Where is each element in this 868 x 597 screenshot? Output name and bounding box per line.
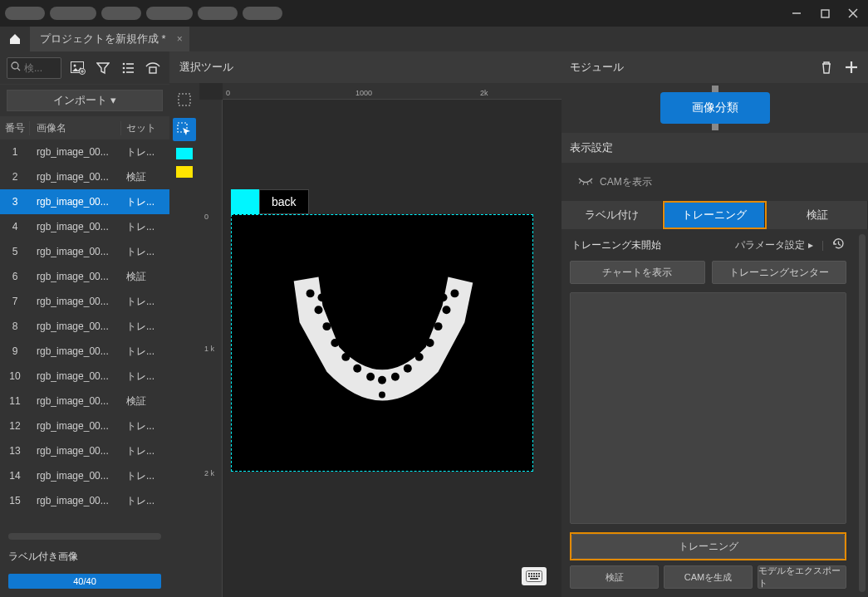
btn-label: 検証 [606, 571, 624, 584]
training-center-button[interactable]: トレーニングセンター [712, 261, 847, 284]
svg-rect-58 [538, 575, 540, 577]
pointer-tool-icon[interactable] [173, 118, 196, 141]
list-icon[interactable] [120, 60, 136, 76]
image-label-tag[interactable]: back [231, 189, 309, 214]
cell-name: rgb_image_00... [30, 321, 121, 332]
home-button[interactable] [0, 27, 30, 51]
cell-set: トレ... [121, 295, 169, 309]
ruler-vertical: 0 1 k 2 k [199, 100, 223, 597]
main-area: インポート ▾ 番号 画像名 セット 1rgb_image_00...トレ...… [0, 51, 868, 597]
tab-training[interactable]: トレーニング [664, 203, 765, 228]
svg-point-42 [395, 354, 404, 362]
tab-verify[interactable]: 検証 [767, 201, 868, 229]
cell-name: rgb_image_00... [30, 420, 121, 432]
module-title: モジュール [570, 60, 624, 75]
table-row[interactable]: 3rgb_image_00...トレ... [0, 189, 169, 214]
cell-num: 5 [0, 246, 30, 257]
table-row[interactable]: 8rgb_image_00...トレ... [0, 314, 169, 339]
verify-button[interactable]: 検証 [570, 565, 659, 589]
table-row[interactable]: 11rgb_image_00...検証 [0, 389, 169, 413]
ruler-tick: 1000 [356, 89, 372, 97]
close-icon[interactable] [843, 3, 863, 23]
table-row[interactable]: 10rgb_image_00...トレ... [0, 364, 169, 389]
menu-placeholder[interactable] [50, 7, 96, 20]
ruler-tick: 2 k [204, 470, 214, 477]
menu-placeholder[interactable] [243, 7, 282, 20]
svg-point-23 [322, 322, 331, 330]
viewport[interactable]: back [223, 100, 562, 597]
horizontal-scrollbar[interactable] [8, 533, 161, 540]
tab-close-icon[interactable]: × [177, 33, 183, 45]
keyboard-icon[interactable] [522, 567, 547, 585]
table-row[interactable]: 13rgb_image_00...トレ... [0, 438, 169, 463]
delete-icon[interactable] [818, 59, 835, 76]
search-field[interactable] [24, 62, 54, 74]
menu-placeholder[interactable] [5, 7, 45, 20]
tab-label: 検証 [807, 208, 828, 223]
history-icon[interactable] [832, 237, 845, 252]
train-button[interactable]: トレーニング [571, 534, 845, 559]
canvas-area[interactable]: 0 1000 2k 0 1 k 2 k back [199, 83, 562, 597]
cell-name: rgb_image_00... [30, 345, 121, 357]
table-row[interactable]: 7rgb_image_00...トレ... [0, 289, 169, 314]
table-row[interactable]: 2rgb_image_00...検証 [0, 164, 169, 189]
table-row[interactable]: 4rgb_image_00...トレ... [0, 214, 169, 239]
cell-name: rgb_image_00... [30, 395, 121, 407]
svg-point-34 [443, 306, 451, 314]
svg-point-4 [12, 62, 18, 69]
svg-line-67 [839, 244, 841, 246]
module-node-classification[interactable]: 画像分類 [660, 92, 770, 124]
marquee-tool-icon[interactable] [173, 88, 196, 111]
btn-label: トレーニング [679, 540, 738, 554]
svg-rect-51 [533, 573, 535, 575]
eye-closed-icon [578, 176, 593, 188]
menu-placeholder[interactable] [146, 7, 193, 20]
tab-label: トレーニング [682, 208, 747, 223]
svg-rect-54 [528, 575, 530, 577]
table-row[interactable]: 12rgb_image_00...トレ... [0, 413, 169, 438]
image-selection[interactable] [231, 214, 533, 472]
left-toolbar [0, 51, 169, 85]
right-panel: モジュール 画像分類 表示設定 CAMを表示 ラベ [562, 51, 868, 597]
import-button[interactable]: インポート ▾ [7, 90, 163, 111]
cell-set: トレ... [121, 220, 169, 234]
export-model-button[interactable]: モデルをエクスポート [758, 565, 846, 589]
preview-icon[interactable] [145, 60, 161, 76]
module-graph: 画像分類 [562, 83, 868, 133]
svg-rect-57 [536, 575, 537, 577]
table-row[interactable]: 5rgb_image_00...トレ... [0, 239, 169, 264]
image-add-icon[interactable] [70, 60, 86, 76]
maximize-icon[interactable] [815, 3, 835, 23]
param-settings-link[interactable]: パラメータ設定 ▸ | [735, 237, 845, 252]
svg-point-21 [306, 289, 315, 297]
add-icon[interactable] [843, 59, 860, 76]
label-swatch [231, 189, 259, 214]
color-swatch-primary[interactable] [176, 148, 193, 159]
search-input[interactable] [7, 57, 61, 79]
show-chart-button[interactable]: チャートを表示 [570, 261, 705, 284]
svg-point-24 [331, 339, 339, 347]
minimize-icon[interactable] [787, 3, 807, 23]
color-swatch-secondary[interactable] [176, 166, 193, 178]
cell-num: 13 [0, 445, 30, 457]
cell-name: rgb_image_00... [30, 470, 121, 482]
generate-cam-button[interactable]: CAMを生成 [664, 565, 753, 589]
table-row[interactable]: 15rgb_image_00...トレ... [0, 488, 169, 513]
menu-placeholder[interactable] [198, 7, 238, 20]
table-row[interactable]: 9rgb_image_00...トレ... [0, 339, 169, 364]
project-tab[interactable]: プロジェクトを新規作成 * × [30, 27, 189, 51]
right-scrollbar[interactable] [859, 234, 866, 592]
filter-icon[interactable] [95, 60, 111, 76]
header-name: 画像名 [30, 121, 121, 135]
svg-point-29 [391, 373, 400, 381]
cell-name: rgb_image_00... [30, 221, 121, 232]
tab-labeling[interactable]: ラベル付け [562, 201, 663, 229]
param-settings-label: パラメータ設定 [735, 238, 805, 252]
cell-set: トレ... [121, 345, 169, 359]
table-row[interactable]: 14rgb_image_00...トレ... [0, 463, 169, 488]
cell-set: トレ... [121, 320, 169, 334]
table-row[interactable]: 1rgb_image_00...トレ... [0, 139, 169, 164]
table-row[interactable]: 6rgb_image_00...検証 [0, 264, 169, 289]
menu-placeholder[interactable] [101, 7, 141, 20]
show-cam-toggle[interactable]: CAMを表示 [562, 163, 868, 201]
